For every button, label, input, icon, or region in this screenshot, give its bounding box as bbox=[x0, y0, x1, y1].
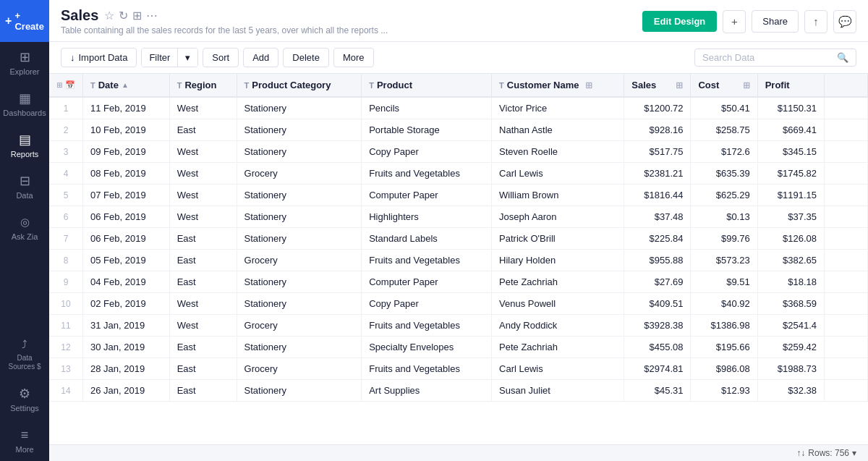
cell-cost: $0.13 bbox=[691, 206, 757, 228]
th-product-category[interactable]: T Product Category bbox=[237, 74, 362, 97]
table-row: 14 26 Jan, 2019 East Stationery Art Supp… bbox=[49, 380, 868, 402]
th-cost[interactable]: Cost ⊞ bbox=[691, 74, 757, 97]
comment-button[interactable]: 💬 bbox=[833, 10, 856, 33]
row-number: 13 bbox=[49, 358, 83, 380]
col-label-sales: Sales bbox=[631, 80, 656, 90]
sidebar-item-label: Explorer bbox=[10, 67, 40, 76]
cell-product-category: Stationery bbox=[237, 206, 362, 228]
th-customer-name[interactable]: T Customer Name ⊞ bbox=[492, 74, 624, 97]
table-row: 5 07 Feb, 2019 West Stationery Computer … bbox=[49, 185, 868, 206]
topbar-title-row: Sales ☆ ↻ ⊞ ⋯ bbox=[61, 7, 388, 24]
more-button[interactable]: More bbox=[333, 48, 374, 67]
sidebar-item-more[interactable]: ≡ More bbox=[0, 420, 49, 461]
edit-design-button[interactable]: Edit Design bbox=[642, 11, 718, 32]
col-label-region: Region bbox=[184, 80, 216, 90]
cell-extra bbox=[825, 250, 868, 271]
sidebar-item-settings[interactable]: ⚙ Settings bbox=[0, 378, 49, 420]
sidebar-item-label: Ask Zia bbox=[12, 232, 38, 241]
sidebar-item-explorer[interactable]: ⊞ Explorer bbox=[0, 42, 49, 83]
row-number: 12 bbox=[49, 337, 83, 358]
filter-button[interactable]: Filter bbox=[142, 48, 177, 67]
cost-menu-icon[interactable]: ⊞ bbox=[743, 80, 750, 90]
create-label: + Create bbox=[14, 10, 43, 32]
add-button-toolbar[interactable]: Add bbox=[243, 48, 278, 67]
th-profit[interactable]: Profit bbox=[757, 74, 824, 97]
cell-customer-name: Pete Zachriah bbox=[492, 337, 624, 358]
cell-cost: $573.23 bbox=[691, 250, 757, 271]
cell-date: 11 Feb, 2019 bbox=[83, 97, 170, 119]
table-row: 2 10 Feb, 2019 East Stationery Portable … bbox=[49, 119, 868, 141]
sidebar-item-ask-zia[interactable]: ◎ Ask Zia bbox=[0, 207, 49, 248]
th-product[interactable]: T Product bbox=[362, 74, 492, 97]
cell-cost: $195.66 bbox=[691, 337, 757, 358]
dashboards-icon: ▦ bbox=[17, 90, 33, 106]
page-title: Sales bbox=[61, 7, 98, 24]
cell-sales: $1816.44 bbox=[624, 185, 691, 206]
cell-extra bbox=[825, 293, 868, 315]
col-label-cost: Cost bbox=[698, 80, 719, 90]
table-row: 9 04 Feb, 2019 East Stationery Computer … bbox=[49, 271, 868, 293]
th-sales[interactable]: Sales ⊞ bbox=[624, 74, 691, 97]
cell-profit: $259.42 bbox=[757, 337, 824, 358]
rows-dropdown-icon[interactable]: ▾ bbox=[852, 448, 856, 458]
cell-product: Copy Paper bbox=[362, 293, 492, 315]
custname-menu-icon[interactable]: ⊞ bbox=[585, 80, 592, 90]
table-row: 3 09 Feb, 2019 West Stationery Copy Pape… bbox=[49, 141, 868, 163]
data-table-container[interactable]: ⊞ 📅 T Date ▲ T Regi bbox=[49, 74, 868, 444]
cell-product: Fruits and Vegetables bbox=[362, 250, 492, 271]
sort-button[interactable]: Sort bbox=[203, 48, 239, 67]
date-type-icon: T bbox=[90, 81, 95, 90]
export-button[interactable]: ↑ bbox=[804, 10, 827, 33]
cell-sales: $27.69 bbox=[624, 271, 691, 293]
cell-sales: $1200.72 bbox=[624, 97, 691, 119]
sidebar-item-reports[interactable]: ▤ Reports bbox=[0, 124, 49, 166]
cell-extra bbox=[825, 271, 868, 293]
cell-product-category: Grocery bbox=[237, 250, 362, 271]
custname-type-icon: T bbox=[499, 81, 504, 90]
sidebar-item-label: Data bbox=[16, 191, 33, 200]
create-button[interactable]: + + Create bbox=[0, 0, 49, 42]
table-row: 1 11 Feb, 2019 West Stationery Pencils V… bbox=[49, 97, 868, 119]
rows-count: Rows: 756 bbox=[808, 448, 849, 458]
th-date[interactable]: T Date ▲ bbox=[83, 74, 170, 97]
cell-cost: $99.76 bbox=[691, 228, 757, 250]
topbar: Sales ☆ ↻ ⊞ ⋯ Table containing all the s… bbox=[49, 0, 868, 42]
more-options-icon[interactable]: ⋯ bbox=[146, 9, 158, 22]
cell-profit: $382.65 bbox=[757, 250, 824, 271]
sidebar-item-label: Reports bbox=[11, 150, 39, 158]
cell-product: Standard Labels bbox=[362, 228, 492, 250]
more-icon: ≡ bbox=[17, 427, 33, 443]
sidebar-item-label: Data Sources $ bbox=[3, 354, 46, 371]
cell-product: Fruits and Vegetables bbox=[362, 163, 492, 185]
star-icon[interactable]: ☆ bbox=[104, 9, 114, 22]
row-number: 8 bbox=[49, 250, 83, 271]
cell-profit: $18.18 bbox=[757, 271, 824, 293]
search-input[interactable] bbox=[702, 52, 833, 63]
add-button[interactable]: + bbox=[723, 10, 746, 33]
th-region[interactable]: T Region bbox=[169, 74, 237, 97]
cell-product-category: Grocery bbox=[237, 163, 362, 185]
sales-menu-icon[interactable]: ⊞ bbox=[676, 80, 683, 90]
product-type-icon: T bbox=[369, 81, 374, 90]
cell-region: West bbox=[169, 185, 237, 206]
topbar-left: Sales ☆ ↻ ⊞ ⋯ Table containing all the s… bbox=[61, 7, 388, 41]
cell-product: Computer Paper bbox=[362, 185, 492, 206]
refresh-icon[interactable]: ↻ bbox=[119, 9, 128, 22]
import-data-button[interactable]: ↓ Import Data bbox=[61, 48, 137, 67]
sidebar-item-dashboards[interactable]: ▦ Dashboards bbox=[0, 83, 49, 124]
sidebar-item-data[interactable]: ⊟ Data bbox=[0, 166, 49, 207]
sidebar-item-data-sources[interactable]: ⤴ Data Sources $ bbox=[0, 329, 49, 378]
cell-cost: $40.92 bbox=[691, 293, 757, 315]
table-icon[interactable]: ⊞ bbox=[132, 9, 142, 22]
sidebar-item-label: Dashboards bbox=[3, 109, 46, 117]
delete-button[interactable]: Delete bbox=[283, 48, 329, 67]
share-button[interactable]: Share bbox=[752, 10, 799, 33]
toolbar: ↓ Import Data Filter ▾ Sort Add Delete M… bbox=[49, 42, 868, 74]
cell-sales: $455.08 bbox=[624, 337, 691, 358]
filter-dropdown-button[interactable]: ▾ bbox=[178, 48, 197, 67]
cell-region: East bbox=[169, 358, 237, 380]
cell-product-category: Stationery bbox=[237, 337, 362, 358]
cell-product-category: Stationery bbox=[237, 380, 362, 402]
cell-extra bbox=[825, 380, 868, 402]
row-number: 9 bbox=[49, 271, 83, 293]
